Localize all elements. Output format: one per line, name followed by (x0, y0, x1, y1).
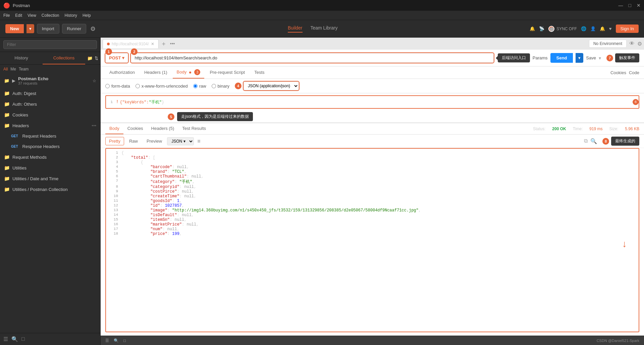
radio-raw-input[interactable] (193, 84, 198, 88)
resp-tab-test-results[interactable]: Test Results (178, 123, 210, 134)
collection-header[interactable]: 📁 ▶ Postman Echo 37 requests ☆ (0, 73, 100, 88)
req-tab-authorization[interactable]: Authorization (105, 67, 139, 78)
runner-button[interactable]: Runner (62, 24, 87, 34)
sidebar-bottom-menu[interactable]: ☰ (3, 336, 8, 342)
params-button[interactable]: Params (533, 55, 548, 60)
eye-icon[interactable]: 👁 (629, 41, 635, 47)
sidebar-item-response-headers[interactable]: GET Response Headers (0, 141, 100, 152)
sidebar-item-request-headers[interactable]: GET Request Headers (0, 131, 100, 141)
satellite-icon[interactable]: 📡 (539, 26, 544, 31)
search-response-icon[interactable]: 🔍 (590, 138, 597, 144)
request-tab[interactable]: http://localhost:9104/ ✕ (103, 39, 159, 48)
radio-binary-input[interactable] (212, 84, 216, 88)
radio-urlencoded-input[interactable] (136, 84, 140, 88)
import-button[interactable]: Import (37, 24, 59, 34)
bottom-icon-2[interactable]: 🔍 (114, 338, 119, 343)
tab-more-button[interactable]: ••• (169, 41, 176, 46)
req-tab-body[interactable]: Body 3 (173, 66, 205, 79)
bell-icon[interactable]: 🔔 (600, 26, 605, 31)
send-dropdown-button[interactable]: ▾ (576, 53, 583, 63)
tab-builder[interactable]: Builder (288, 25, 303, 33)
req-tab-tests[interactable]: Tests (250, 67, 268, 78)
radio-binary[interactable]: binary (212, 84, 229, 89)
signin-button[interactable]: Sign In (616, 24, 639, 33)
json-type-select[interactable]: JSON (application/json) (244, 82, 299, 90)
maximize-button[interactable]: □ (629, 3, 631, 8)
sidebar-item-label: Auth: Digest (12, 91, 36, 96)
view-tab-preview[interactable]: Preview (143, 137, 166, 145)
radio-raw[interactable]: raw (193, 84, 206, 89)
settings-icon[interactable]: ⚙ (637, 41, 642, 47)
sidebar-item-auth-others[interactable]: 📁 Auth: Others (0, 99, 100, 109)
filter-all[interactable]: All (3, 67, 8, 71)
line-num: 9 (111, 189, 121, 194)
filter-icon[interactable]: ≡ (197, 138, 200, 144)
tab-collections[interactable]: Collections (43, 52, 85, 64)
filter-me[interactable]: Me (10, 67, 16, 71)
bottom-icon-1[interactable]: ☰ (105, 338, 109, 343)
code-link[interactable]: Code (629, 70, 639, 75)
cookies-link[interactable]: Cookies (610, 70, 626, 75)
line-num: 10 (111, 194, 121, 199)
more-icon[interactable]: ••• (92, 123, 96, 128)
user-icon[interactable]: 👤 (590, 26, 596, 31)
sidebar-item-request-methods[interactable]: 📁 Request Methods (0, 152, 100, 162)
sidebar-item-cookies[interactable]: 📁 Cookies (0, 109, 100, 120)
save-button[interactable]: Save (586, 55, 596, 60)
radio-form-data[interactable]: form-data (105, 84, 130, 89)
resp-tab-cookies[interactable]: Cookies (123, 123, 147, 134)
menu-collection[interactable]: Collection (42, 13, 59, 18)
no-environment-select[interactable]: No Environment (589, 40, 627, 48)
json-line: 4 "barcode": null, (111, 165, 634, 169)
collection-star[interactable]: ☆ (93, 79, 96, 83)
url-input[interactable] (131, 53, 493, 63)
body-options: form-data x-www-form-urlencoded raw bina… (101, 79, 644, 93)
sidebar-bottom-layout[interactable]: □ (21, 336, 25, 342)
close-button[interactable]: ✕ (637, 3, 641, 8)
menu-file[interactable]: File (3, 13, 10, 18)
radio-urlencoded[interactable]: x-www-form-urlencoded (136, 84, 188, 89)
req-tab-pre-request[interactable]: Pre-request Script (206, 67, 249, 78)
new-button[interactable]: New (5, 24, 24, 33)
sidebar-item-auth-digest[interactable]: 📁 Auth: Digest (0, 88, 100, 99)
new-folder-icon[interactable]: 📁 (87, 56, 93, 61)
view-tab-raw[interactable]: Raw (125, 137, 142, 145)
menu-view[interactable]: View (28, 13, 36, 18)
sidebar-item-utilities-postman[interactable]: 📁 Utilities / Postman Collection (0, 184, 100, 195)
save-dropdown-icon[interactable]: ▾ (599, 55, 601, 61)
proxy-icon[interactable]: ⚙ (90, 25, 96, 33)
copy-response-icon[interactable]: ⧉ (584, 138, 588, 144)
sidebar-item-utilities[interactable]: 📁 Utilities (0, 162, 100, 173)
heart-icon[interactable]: ♥ (609, 26, 612, 31)
json-view-select[interactable]: JSON ▾ (167, 137, 194, 145)
menu-help[interactable]: Help (83, 13, 91, 18)
send-button[interactable]: Send (550, 53, 573, 63)
sidebar-item-utilities-datetime[interactable]: 📁 Utilities / Date and Time (0, 173, 100, 184)
menu-edit[interactable]: Edit (15, 13, 22, 18)
tab-close-icon[interactable]: ✕ (151, 42, 154, 46)
resp-tab-headers[interactable]: Headers (5) (147, 123, 178, 134)
radio-form-data-input[interactable] (105, 84, 110, 88)
main-layout: History Collections 📁 ⇅ All Me Team 📁 ▶ … (0, 38, 644, 345)
tab-add-button[interactable]: ＋ (159, 40, 168, 48)
bottom-icon-3[interactable]: □ (123, 338, 126, 343)
globe-icon[interactable]: 🌐 (581, 26, 586, 31)
sidebar-item-headers[interactable]: 📁 Headers ••• (0, 120, 100, 131)
tab-team-library[interactable]: Team Library (311, 25, 338, 33)
resp-tab-body[interactable]: Body (105, 123, 123, 134)
filter-input[interactable] (3, 40, 97, 49)
tab-dot (107, 43, 110, 45)
titlebar-left: 🔴 Postman (3, 2, 30, 9)
new-dropdown-button[interactable]: ▾ (26, 24, 34, 33)
sort-icon[interactable]: ⇅ (95, 56, 98, 61)
view-tab-pretty[interactable]: Pretty (105, 137, 124, 145)
tab-history[interactable]: History (0, 52, 43, 64)
notification-icon[interactable]: 🔔 (530, 26, 535, 31)
minimize-button[interactable]: — (619, 3, 623, 8)
code-editor[interactable]: 1 ! {"keyWords":"手机"} 6 (105, 95, 639, 109)
line-num: 3 (111, 160, 121, 165)
req-tab-headers[interactable]: Headers (1) (140, 67, 171, 78)
filter-team[interactable]: Team (19, 67, 29, 71)
menu-history[interactable]: History (65, 13, 77, 18)
sidebar-bottom-search[interactable]: 🔍 (11, 336, 18, 342)
